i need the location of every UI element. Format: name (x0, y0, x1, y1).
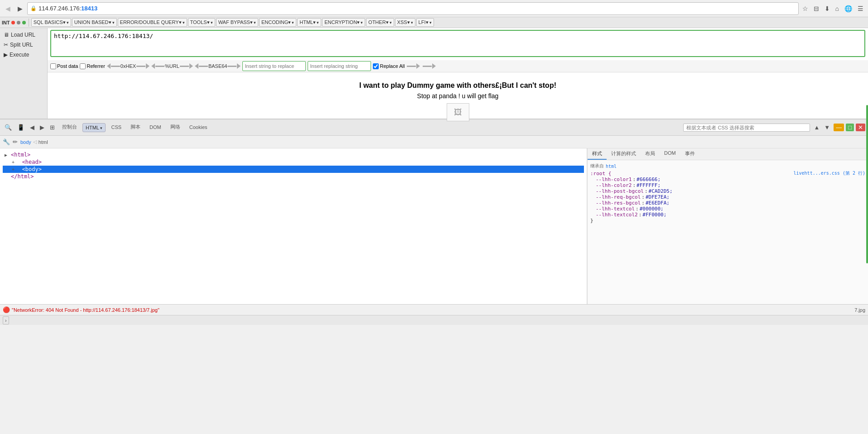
styles-tab-events[interactable]: 事件 (680, 148, 699, 160)
css-rule-header: :root { livehtt...ers.css (第 2 行) (590, 170, 865, 176)
css-colon: : (641, 194, 645, 200)
styles-tab-style[interactable]: 样式 (588, 148, 607, 160)
url-input-area: http://114.67.246.176:18413/ (48, 28, 868, 60)
final-arrow-right-icon (416, 63, 420, 69)
devtools-responsive-button[interactable]: 📱 (15, 123, 26, 132)
error-icon: 🔴 (3, 306, 10, 313)
url-label: %URL (165, 63, 179, 69)
page-line1: I want to play Dummy game with others£¡B… (57, 81, 859, 90)
tree-html-node[interactable]: ▶ <html> (3, 151, 584, 158)
breadcrumb-body[interactable]: body (20, 139, 31, 145)
css-prop-name: --lhh-textcol2 (596, 212, 638, 218)
split-url-label: Split URL (10, 42, 33, 48)
devtools-panel: 🔍 📱 ◀ ▶ ⊞ 控制台 HTML CSS 脚本 DOM 网络 Cookies… (0, 119, 868, 304)
html-tree-panel: ▶ <html> + <head> + <body> </html> (0, 148, 587, 304)
css-colon: : (639, 212, 642, 218)
base64-arrow-left-icon (195, 63, 198, 69)
css-prop-name: --lhh-color1 (596, 176, 632, 182)
post-data-input[interactable] (50, 63, 56, 69)
insert-replacing-input[interactable] (308, 61, 371, 71)
url-bar2-icon (180, 66, 189, 67)
html-menu[interactable]: HTML▾ (297, 18, 321, 27)
styles-tab-computed[interactable]: 计算的样式 (607, 148, 641, 160)
referrer-input[interactable] (80, 63, 86, 69)
css-colon: : (645, 188, 648, 194)
devtools-inspect-button[interactable]: 🔍 (3, 123, 14, 132)
split-url-button[interactable]: ✂ Split URL (0, 40, 47, 50)
inherit-header: 继承自 html (590, 163, 865, 169)
lfi-menu[interactable]: LFI▾ (416, 18, 434, 27)
address-bar[interactable]: 🔒 114.67.246.176:18413 (27, 2, 799, 15)
final-bar2-icon (423, 66, 432, 67)
union-based-menu[interactable]: UNION BASED▾ (72, 18, 117, 27)
error-double-menu[interactable]: ERROR/DOUBLE QUERY▾ (118, 18, 187, 27)
base64-label: BASE64 (208, 63, 227, 69)
menu-icon[interactable]: ☰ (856, 4, 865, 13)
final-bar1-icon (407, 66, 416, 67)
execute-label: Execute (10, 52, 29, 58)
tree-html-close-tag: </html> (11, 173, 34, 180)
breadcrumb-html[interactable]: html (39, 139, 48, 145)
sql-basics-menu[interactable]: SQL BASICS▾ (31, 18, 71, 27)
replace-all-input[interactable] (373, 63, 379, 69)
devtools-edit-icon[interactable]: ✏ (13, 138, 18, 145)
bookmark-icon[interactable]: ☆ (800, 4, 810, 13)
tree-html-close-node[interactable]: </html> (3, 173, 584, 180)
css-prop-name: --lhh-res-bgcol (596, 200, 641, 206)
css-source-link[interactable]: livehtt...ers.css (第 2 行) (794, 170, 865, 176)
encoding-menu[interactable]: ENCODING▾ (259, 18, 296, 27)
waf-bypass-menu[interactable]: WAF BYPASS▾ (216, 18, 258, 27)
css-colon: : (636, 206, 639, 212)
separator-1 (29, 19, 29, 27)
styles-tabs: 样式 计算的样式 布局 DOM 事件 (588, 148, 868, 160)
int-label: INT (2, 20, 10, 25)
tree-head-node[interactable]: + <head> (3, 158, 584, 166)
css-colon: : (632, 176, 636, 182)
css-properties: --lhh-color1: #666666;--lhh-color2: #FFF… (590, 176, 865, 218)
styles-tab-dom[interactable]: DOM (660, 148, 680, 160)
encryption-menu[interactable]: ENCRYPTION▾ (322, 18, 365, 27)
load-url-button[interactable]: 🖥 Load URL (0, 30, 47, 40)
download-icon[interactable]: ⬇ (823, 4, 832, 13)
status-error: 🔴 "NetworkError: 404 Not Found - http://… (3, 306, 854, 313)
back-button[interactable]: ◀ (3, 4, 13, 14)
hex-arrow-right-icon (146, 63, 149, 69)
reader-icon[interactable]: ⊟ (812, 4, 821, 13)
css-selector: :root { (590, 171, 611, 176)
bottom-bar: › (0, 315, 868, 325)
referrer-checkbox[interactable]: Referrer (80, 63, 105, 69)
styles-panel: 样式 计算的样式 布局 DOM 事件 继承自 html :root { live… (587, 148, 868, 304)
css-prop-name: --lhh-req-bgcol (596, 194, 641, 200)
replace-all-checkbox[interactable]: Replace All (373, 63, 405, 69)
xss-menu[interactable]: XSS▾ (395, 18, 415, 27)
url-arrow-right-icon (189, 63, 193, 69)
css-property-item: --lhh-textcol2: #FF0000; (596, 212, 865, 218)
insert-replace-input[interactable] (242, 61, 306, 71)
home-nav-icon[interactable]: ⌂ (834, 4, 841, 13)
styles-tab-layout[interactable]: 布局 (641, 148, 660, 160)
css-prop-value: #FFFFFF; (637, 182, 661, 188)
tree-head-plus (18, 159, 21, 165)
css-prop-value: #E6EDFA; (646, 200, 670, 206)
tree-toggle-html: ▶ (5, 153, 10, 157)
execute-button[interactable]: ▶ Execute (0, 50, 47, 60)
url-bar-icon (155, 66, 164, 67)
green-scrollbar[interactable] (866, 105, 868, 263)
tools-menu[interactable]: TOOLS▾ (188, 18, 215, 27)
post-data-checkbox[interactable]: Post data (50, 63, 78, 69)
forward-button[interactable]: ▶ (15, 4, 25, 14)
hex-arrow-left-icon (107, 63, 111, 69)
inherit-from[interactable]: html (606, 164, 617, 169)
hex-label: 0xHEX (121, 63, 136, 69)
url-input[interactable]: http://114.67.246.176:18413/ (50, 30, 865, 57)
other-menu[interactable]: OTHER▾ (366, 18, 394, 27)
devtools-forward-button[interactable]: ▶ (38, 123, 46, 132)
bottom-expand-button[interactable]: › (3, 316, 9, 324)
css-prop-value: #CAD2D5; (649, 188, 673, 194)
tree-body-node[interactable]: + <body> (3, 166, 584, 173)
devtools-back-button[interactable]: ◀ (28, 123, 36, 132)
url-host: 114.67.246.176: (39, 5, 81, 12)
extension-icon[interactable]: 🌐 (843, 4, 854, 13)
broken-image-icon: 🖼 (447, 103, 469, 121)
devtools-node-icon[interactable]: 🔧 (3, 138, 10, 145)
